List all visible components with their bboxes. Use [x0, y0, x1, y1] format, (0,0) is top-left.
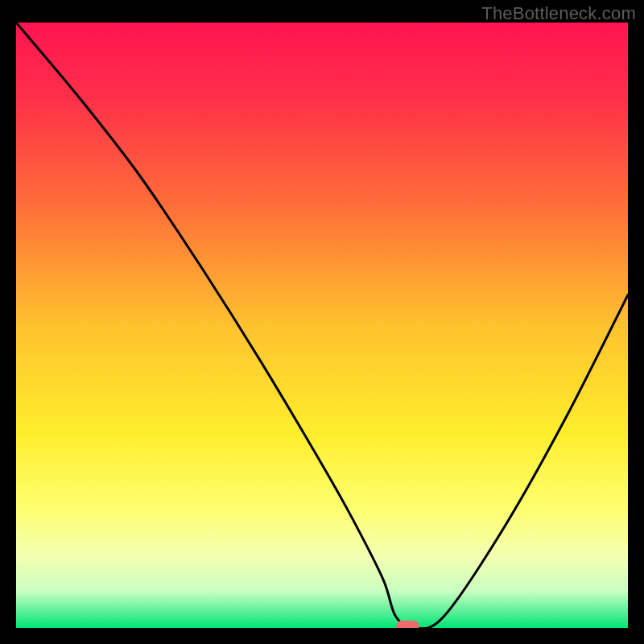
bottleneck-chart [16, 23, 628, 628]
optimal-marker [396, 621, 419, 628]
watermark-text: TheBottleneck.com [481, 3, 636, 24]
chart-frame: TheBottleneck.com [0, 0, 644, 644]
gradient-background [16, 23, 628, 628]
chart-svg [16, 23, 628, 628]
